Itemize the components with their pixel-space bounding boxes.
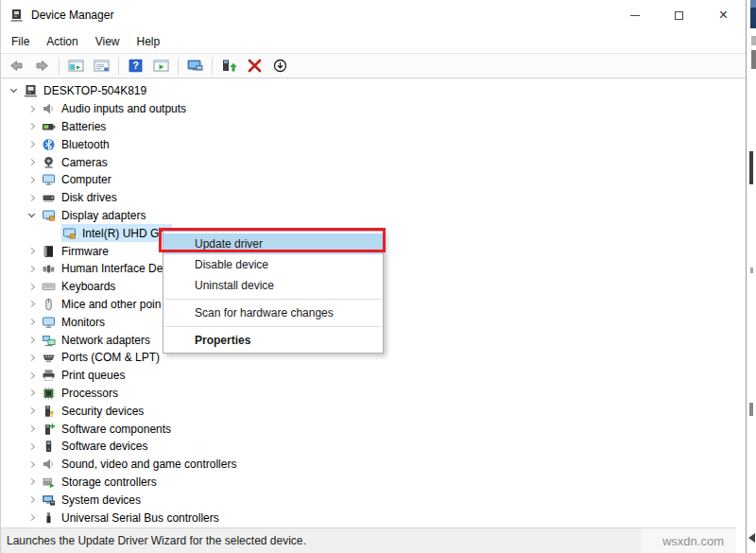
tree-item-label: Processors bbox=[61, 387, 118, 400]
tree-item-label: Print queues bbox=[61, 369, 125, 382]
system-icon bbox=[42, 493, 57, 507]
tree-item-software-devices[interactable]: Software devices bbox=[2, 438, 746, 456]
menu-help[interactable]: Help bbox=[129, 32, 169, 51]
display-adapter-icon bbox=[42, 209, 57, 222]
maximize-button[interactable] bbox=[657, 0, 701, 30]
chevron-right-icon[interactable] bbox=[24, 491, 41, 509]
tree-item-label: Human Interface De bbox=[61, 262, 163, 275]
tree-item-software-components[interactable]: Software components bbox=[2, 420, 746, 438]
console-tree-toolbar-button[interactable] bbox=[64, 55, 88, 77]
chevron-right-icon[interactable] bbox=[24, 313, 41, 331]
minimize-button[interactable] bbox=[612, 0, 657, 30]
action-pane-toolbar-button[interactable] bbox=[149, 55, 173, 77]
toolbar-separator bbox=[59, 58, 60, 75]
speaker-icon bbox=[42, 102, 57, 115]
tree-item-universal-serial-bus-controllers[interactable]: Universal Serial Bus controllers bbox=[2, 509, 746, 527]
menu-item-properties[interactable]: Properties bbox=[163, 330, 383, 351]
chevron-right-icon[interactable] bbox=[24, 296, 41, 314]
tree-item-print-queues[interactable]: Print queues bbox=[2, 367, 746, 385]
back-toolbar-button[interactable] bbox=[5, 55, 28, 77]
edge-artifact-arrow-icon bbox=[748, 533, 755, 543]
tree-item-computer[interactable]: Computer bbox=[2, 171, 746, 189]
chevron-right-icon[interactable] bbox=[24, 260, 41, 278]
device-manager-app-icon bbox=[9, 9, 25, 23]
chevron-right-icon[interactable] bbox=[24, 118, 41, 136]
battery-icon bbox=[42, 120, 57, 133]
edge-artifact bbox=[750, 0, 756, 28]
disable-device-toolbar-button[interactable] bbox=[268, 55, 292, 77]
chevron-right-icon[interactable] bbox=[24, 456, 41, 474]
chevron-right-icon[interactable] bbox=[24, 367, 41, 385]
back-icon bbox=[9, 59, 25, 73]
chevron-right-icon[interactable] bbox=[24, 171, 41, 189]
tree-item-label: Display adapters bbox=[61, 209, 146, 222]
security-icon bbox=[42, 405, 57, 418]
storage-icon bbox=[42, 475, 57, 489]
toolbar-separator bbox=[178, 58, 179, 75]
menu-file[interactable]: File bbox=[3, 32, 38, 51]
tree-item-label: Computer bbox=[61, 173, 112, 186]
menu-item-scan-for-hardware-changes[interactable]: Scan for hardware changes bbox=[163, 302, 383, 323]
action-pane-icon bbox=[153, 59, 169, 73]
software-components-icon bbox=[42, 423, 57, 436]
tree-item-security-devices[interactable]: Security devices bbox=[2, 402, 746, 420]
chevron-right-icon[interactable] bbox=[24, 331, 41, 349]
chevron-right-icon[interactable] bbox=[24, 278, 41, 296]
tree-item-desktop-504k819[interactable]: DESKTOP-504K819 bbox=[2, 82, 746, 100]
toolbar: ? bbox=[1, 53, 746, 78]
chevron-down-icon[interactable] bbox=[24, 207, 41, 225]
uninstall-device-toolbar-button[interactable] bbox=[243, 55, 266, 77]
chevron-right-icon[interactable] bbox=[24, 135, 41, 153]
menu-action[interactable]: Action bbox=[38, 32, 86, 51]
tree-item-label: Sound, video and game controllers bbox=[61, 458, 236, 471]
help-icon: ? bbox=[128, 59, 144, 73]
chevron-right-icon[interactable] bbox=[24, 153, 41, 171]
toolbar-separator bbox=[212, 58, 213, 75]
tree-item-disk-drives[interactable]: Disk drives bbox=[2, 189, 746, 207]
chevron-right-icon[interactable] bbox=[24, 402, 41, 420]
console-tree-icon bbox=[68, 59, 84, 73]
tree-item-label: Audio inputs and outputs bbox=[61, 102, 186, 115]
tree-item-processors[interactable]: Processors bbox=[2, 385, 746, 403]
tree-item-label: Bluetooth bbox=[61, 138, 110, 151]
close-button[interactable]: × bbox=[701, 0, 746, 30]
update-driver-icon bbox=[221, 59, 237, 73]
chevron-right-icon[interactable] bbox=[24, 100, 41, 118]
chevron-right-icon[interactable] bbox=[24, 509, 41, 527]
forward-toolbar-button[interactable] bbox=[30, 55, 54, 77]
tree-item-cameras[interactable]: Cameras bbox=[2, 153, 746, 171]
chevron-right-icon[interactable] bbox=[24, 349, 41, 367]
properties-toolbar-button[interactable] bbox=[90, 55, 113, 77]
tree-item-label: Storage controllers bbox=[61, 475, 157, 489]
forward-icon bbox=[34, 59, 50, 73]
tree-item-audio-inputs-and-outputs[interactable]: Audio inputs and outputs bbox=[2, 100, 746, 118]
menu-item-update-driver[interactable]: Update driver bbox=[163, 233, 383, 254]
tree-item-bluetooth[interactable]: Bluetooth bbox=[2, 135, 746, 153]
disable-device-icon bbox=[272, 59, 288, 73]
edge-artifact bbox=[749, 151, 753, 184]
tree-item-storage-controllers[interactable]: Storage controllers bbox=[2, 474, 746, 492]
tree-item-label: Ports (COM & LPT) bbox=[61, 351, 160, 364]
chevron-right-icon[interactable] bbox=[24, 438, 41, 456]
update-driver-toolbar-button[interactable] bbox=[217, 55, 241, 77]
menu-item-disable-device[interactable]: Disable device bbox=[163, 254, 383, 275]
chevron-right-icon[interactable] bbox=[24, 385, 41, 403]
title-bar[interactable]: Device Manager × bbox=[1, 0, 746, 30]
help-toolbar-button[interactable]: ? bbox=[124, 55, 147, 77]
tree-item-label: Disk drives bbox=[61, 191, 117, 204]
tree-item-batteries[interactable]: Batteries bbox=[2, 118, 746, 136]
chevron-right-icon[interactable] bbox=[24, 189, 41, 207]
tree-item-display-adapters[interactable]: Display adapters bbox=[2, 207, 746, 225]
chevron-down-icon[interactable] bbox=[6, 82, 23, 100]
chevron-right-icon[interactable] bbox=[24, 420, 41, 438]
monitor-icon bbox=[42, 173, 57, 186]
tree-item-sound-video-and-game-controllers[interactable]: Sound, video and game controllers bbox=[2, 456, 746, 474]
printer-icon bbox=[42, 369, 57, 382]
chevron-right-icon[interactable] bbox=[24, 242, 41, 260]
menu-item-uninstall-device[interactable]: Uninstall device bbox=[163, 275, 383, 296]
chevron-right-icon[interactable] bbox=[24, 474, 41, 492]
menu-view[interactable]: View bbox=[87, 32, 129, 51]
devices-monitor-toolbar-button[interactable] bbox=[183, 55, 207, 77]
tree-item-label: Batteries bbox=[61, 120, 106, 133]
tree-item-system-devices[interactable]: System devices bbox=[2, 491, 746, 509]
